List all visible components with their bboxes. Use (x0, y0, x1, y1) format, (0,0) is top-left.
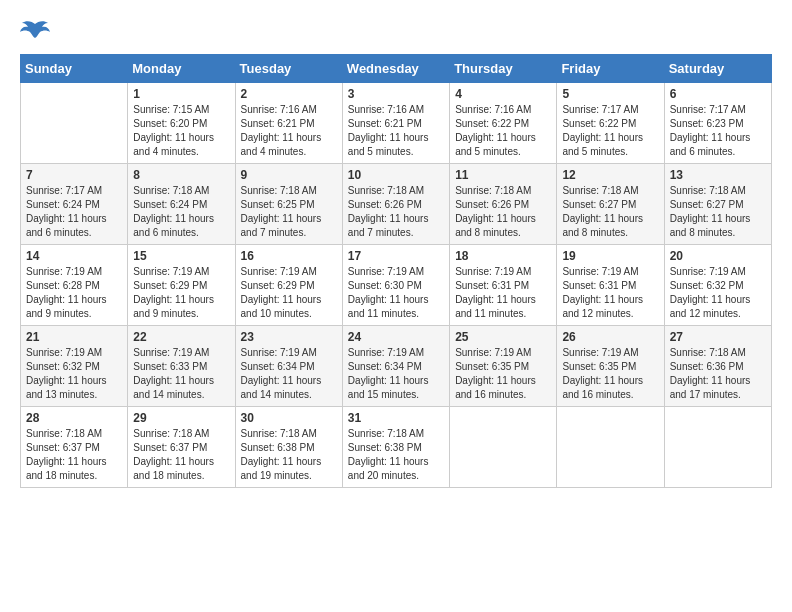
day-number: 26 (562, 330, 658, 344)
calendar-cell: 13Sunrise: 7:18 AMSunset: 6:27 PMDayligh… (664, 164, 771, 245)
day-number: 5 (562, 87, 658, 101)
day-info: Sunrise: 7:18 AMSunset: 6:37 PMDaylight:… (133, 427, 229, 483)
day-number: 20 (670, 249, 766, 263)
calendar-cell: 26Sunrise: 7:19 AMSunset: 6:35 PMDayligh… (557, 326, 664, 407)
day-number: 29 (133, 411, 229, 425)
day-number: 14 (26, 249, 122, 263)
day-info: Sunrise: 7:17 AMSunset: 6:22 PMDaylight:… (562, 103, 658, 159)
calendar-cell: 19Sunrise: 7:19 AMSunset: 6:31 PMDayligh… (557, 245, 664, 326)
calendar-cell: 30Sunrise: 7:18 AMSunset: 6:38 PMDayligh… (235, 407, 342, 488)
day-number: 30 (241, 411, 337, 425)
day-info: Sunrise: 7:16 AMSunset: 6:21 PMDaylight:… (241, 103, 337, 159)
calendar-cell: 6Sunrise: 7:17 AMSunset: 6:23 PMDaylight… (664, 83, 771, 164)
day-number: 31 (348, 411, 444, 425)
calendar-cell: 21Sunrise: 7:19 AMSunset: 6:32 PMDayligh… (21, 326, 128, 407)
day-number: 24 (348, 330, 444, 344)
calendar-cell: 5Sunrise: 7:17 AMSunset: 6:22 PMDaylight… (557, 83, 664, 164)
calendar-cell: 14Sunrise: 7:19 AMSunset: 6:28 PMDayligh… (21, 245, 128, 326)
week-row-3: 14Sunrise: 7:19 AMSunset: 6:28 PMDayligh… (21, 245, 772, 326)
calendar-cell: 29Sunrise: 7:18 AMSunset: 6:37 PMDayligh… (128, 407, 235, 488)
day-number: 21 (26, 330, 122, 344)
header-row: SundayMondayTuesdayWednesdayThursdayFrid… (21, 55, 772, 83)
week-row-1: 1Sunrise: 7:15 AMSunset: 6:20 PMDaylight… (21, 83, 772, 164)
calendar-cell (21, 83, 128, 164)
col-header-wednesday: Wednesday (342, 55, 449, 83)
calendar-cell: 22Sunrise: 7:19 AMSunset: 6:33 PMDayligh… (128, 326, 235, 407)
day-number: 2 (241, 87, 337, 101)
calendar-cell: 31Sunrise: 7:18 AMSunset: 6:38 PMDayligh… (342, 407, 449, 488)
calendar-cell: 28Sunrise: 7:18 AMSunset: 6:37 PMDayligh… (21, 407, 128, 488)
day-number: 8 (133, 168, 229, 182)
day-info: Sunrise: 7:19 AMSunset: 6:31 PMDaylight:… (562, 265, 658, 321)
col-header-tuesday: Tuesday (235, 55, 342, 83)
day-number: 10 (348, 168, 444, 182)
day-number: 17 (348, 249, 444, 263)
day-info: Sunrise: 7:18 AMSunset: 6:26 PMDaylight:… (455, 184, 551, 240)
calendar-cell: 27Sunrise: 7:18 AMSunset: 6:36 PMDayligh… (664, 326, 771, 407)
calendar-cell: 18Sunrise: 7:19 AMSunset: 6:31 PMDayligh… (450, 245, 557, 326)
day-info: Sunrise: 7:19 AMSunset: 6:31 PMDaylight:… (455, 265, 551, 321)
day-number: 19 (562, 249, 658, 263)
calendar-cell: 3Sunrise: 7:16 AMSunset: 6:21 PMDaylight… (342, 83, 449, 164)
day-info: Sunrise: 7:19 AMSunset: 6:34 PMDaylight:… (241, 346, 337, 402)
col-header-thursday: Thursday (450, 55, 557, 83)
calendar-cell: 15Sunrise: 7:19 AMSunset: 6:29 PMDayligh… (128, 245, 235, 326)
day-number: 22 (133, 330, 229, 344)
day-info: Sunrise: 7:16 AMSunset: 6:21 PMDaylight:… (348, 103, 444, 159)
day-info: Sunrise: 7:17 AMSunset: 6:24 PMDaylight:… (26, 184, 122, 240)
day-number: 23 (241, 330, 337, 344)
day-number: 1 (133, 87, 229, 101)
day-info: Sunrise: 7:18 AMSunset: 6:27 PMDaylight:… (562, 184, 658, 240)
day-info: Sunrise: 7:19 AMSunset: 6:29 PMDaylight:… (241, 265, 337, 321)
day-info: Sunrise: 7:18 AMSunset: 6:25 PMDaylight:… (241, 184, 337, 240)
calendar-table: SundayMondayTuesdayWednesdayThursdayFrid… (20, 54, 772, 488)
day-info: Sunrise: 7:19 AMSunset: 6:34 PMDaylight:… (348, 346, 444, 402)
day-number: 4 (455, 87, 551, 101)
day-number: 3 (348, 87, 444, 101)
day-info: Sunrise: 7:18 AMSunset: 6:36 PMDaylight:… (670, 346, 766, 402)
calendar-cell: 17Sunrise: 7:19 AMSunset: 6:30 PMDayligh… (342, 245, 449, 326)
day-number: 16 (241, 249, 337, 263)
day-info: Sunrise: 7:19 AMSunset: 6:32 PMDaylight:… (26, 346, 122, 402)
day-info: Sunrise: 7:19 AMSunset: 6:35 PMDaylight:… (562, 346, 658, 402)
calendar-cell: 16Sunrise: 7:19 AMSunset: 6:29 PMDayligh… (235, 245, 342, 326)
day-info: Sunrise: 7:18 AMSunset: 6:38 PMDaylight:… (241, 427, 337, 483)
day-number: 25 (455, 330, 551, 344)
calendar-cell (664, 407, 771, 488)
day-number: 12 (562, 168, 658, 182)
calendar-cell: 23Sunrise: 7:19 AMSunset: 6:34 PMDayligh… (235, 326, 342, 407)
day-info: Sunrise: 7:18 AMSunset: 6:24 PMDaylight:… (133, 184, 229, 240)
day-info: Sunrise: 7:15 AMSunset: 6:20 PMDaylight:… (133, 103, 229, 159)
col-header-friday: Friday (557, 55, 664, 83)
day-info: Sunrise: 7:19 AMSunset: 6:32 PMDaylight:… (670, 265, 766, 321)
day-info: Sunrise: 7:19 AMSunset: 6:35 PMDaylight:… (455, 346, 551, 402)
calendar-cell: 4Sunrise: 7:16 AMSunset: 6:22 PMDaylight… (450, 83, 557, 164)
day-info: Sunrise: 7:17 AMSunset: 6:23 PMDaylight:… (670, 103, 766, 159)
page-header (20, 20, 772, 44)
calendar-cell: 20Sunrise: 7:19 AMSunset: 6:32 PMDayligh… (664, 245, 771, 326)
day-number: 18 (455, 249, 551, 263)
calendar-cell: 1Sunrise: 7:15 AMSunset: 6:20 PMDaylight… (128, 83, 235, 164)
day-info: Sunrise: 7:19 AMSunset: 6:30 PMDaylight:… (348, 265, 444, 321)
calendar-cell: 12Sunrise: 7:18 AMSunset: 6:27 PMDayligh… (557, 164, 664, 245)
calendar-cell (557, 407, 664, 488)
day-info: Sunrise: 7:19 AMSunset: 6:33 PMDaylight:… (133, 346, 229, 402)
week-row-4: 21Sunrise: 7:19 AMSunset: 6:32 PMDayligh… (21, 326, 772, 407)
calendar-cell: 10Sunrise: 7:18 AMSunset: 6:26 PMDayligh… (342, 164, 449, 245)
calendar-cell: 25Sunrise: 7:19 AMSunset: 6:35 PMDayligh… (450, 326, 557, 407)
day-info: Sunrise: 7:18 AMSunset: 6:27 PMDaylight:… (670, 184, 766, 240)
col-header-monday: Monday (128, 55, 235, 83)
calendar-cell: 11Sunrise: 7:18 AMSunset: 6:26 PMDayligh… (450, 164, 557, 245)
col-header-saturday: Saturday (664, 55, 771, 83)
week-row-5: 28Sunrise: 7:18 AMSunset: 6:37 PMDayligh… (21, 407, 772, 488)
col-header-sunday: Sunday (21, 55, 128, 83)
day-info: Sunrise: 7:19 AMSunset: 6:28 PMDaylight:… (26, 265, 122, 321)
day-number: 28 (26, 411, 122, 425)
calendar-cell: 24Sunrise: 7:19 AMSunset: 6:34 PMDayligh… (342, 326, 449, 407)
day-info: Sunrise: 7:18 AMSunset: 6:37 PMDaylight:… (26, 427, 122, 483)
day-number: 9 (241, 168, 337, 182)
logo-bird-icon (20, 20, 50, 44)
day-number: 11 (455, 168, 551, 182)
day-number: 7 (26, 168, 122, 182)
calendar-cell: 9Sunrise: 7:18 AMSunset: 6:25 PMDaylight… (235, 164, 342, 245)
